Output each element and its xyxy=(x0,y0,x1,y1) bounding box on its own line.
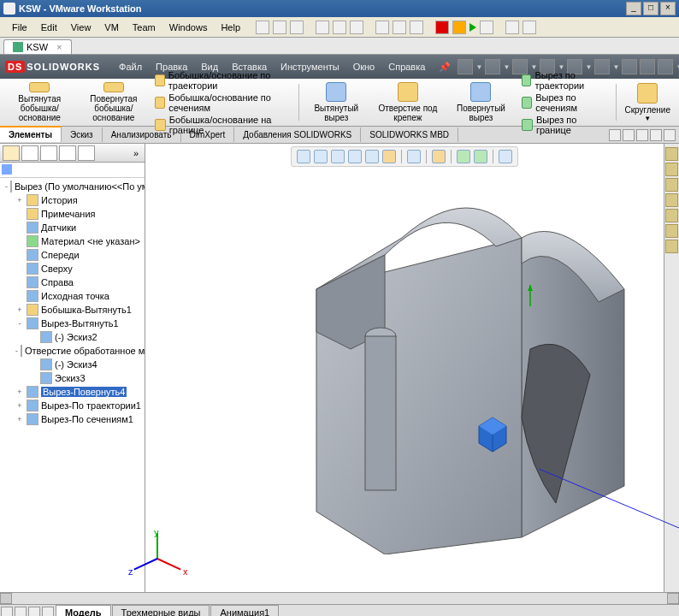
tab-features[interactable]: Элементы xyxy=(0,126,62,142)
boundary-cut-button[interactable]: Вырез по границе xyxy=(522,115,609,135)
lofted-cut-button[interactable]: Вырез по сечениям xyxy=(522,92,609,113)
vm-tab-close-icon[interactable]: × xyxy=(56,42,62,52)
menu-team[interactable]: Team xyxy=(126,21,162,34)
unity-icon[interactable] xyxy=(350,21,363,34)
doc-minimize-icon[interactable] xyxy=(636,129,648,141)
tree-item[interactable]: -Вырез-Вытянуть1 xyxy=(2,317,143,330)
doc-cascade-icon[interactable] xyxy=(623,129,635,141)
options-icon[interactable] xyxy=(640,59,655,74)
hole-wizard-button[interactable]: Отверстие под крепеж xyxy=(372,80,445,124)
tree-item[interactable]: Сверху xyxy=(2,262,143,275)
tree-item[interactable]: +Вырез-По сечениям1 xyxy=(2,412,143,426)
sw-menu-file[interactable]: Файл xyxy=(112,59,149,74)
fullscreen-icon[interactable] xyxy=(333,21,346,34)
gear-icon[interactable] xyxy=(658,59,673,74)
new-icon[interactable] xyxy=(458,59,473,74)
tree-item[interactable]: +Вырез-По траектории1 xyxy=(2,399,143,412)
fillet-button[interactable]: Скругление▼ xyxy=(619,80,676,124)
extruded-cut-button[interactable]: Вытянутый вырез xyxy=(303,80,370,124)
lofted-boss-button[interactable]: Бобышка/основание по сечениям xyxy=(155,92,292,113)
rebuild-icon[interactable] xyxy=(622,59,637,74)
svg-rect-4 xyxy=(365,336,396,490)
close-button[interactable]: × xyxy=(660,2,676,15)
tab-model[interactable]: Модель xyxy=(56,605,111,617)
sw-menu-pin-icon[interactable]: 📌 xyxy=(432,59,458,75)
tree-item[interactable]: +Вырез-Повернуть4 xyxy=(2,385,143,399)
btab-last-icon[interactable] xyxy=(42,607,54,617)
extruded-boss-button[interactable]: Вытянутая бобышка/основание xyxy=(3,80,76,124)
console-icon[interactable] xyxy=(375,21,389,34)
swept-cut-button[interactable]: Вырез по траектории xyxy=(522,70,609,91)
tab-3dviews[interactable]: Трехмерные виды xyxy=(112,605,210,617)
tree-item[interactable]: Исходная точка xyxy=(2,289,143,303)
feature-tree[interactable]: -Вырез (По умолчанию<<По умолч +ИсторияП… xyxy=(0,178,145,592)
tab-animation[interactable]: Анимация1 xyxy=(210,605,279,617)
menu-windows[interactable]: Windows xyxy=(162,21,215,34)
btab-first-icon[interactable] xyxy=(1,607,13,617)
tools-icon[interactable] xyxy=(505,21,519,34)
menu-vm[interactable]: VM xyxy=(97,21,126,34)
snapshot-icon[interactable] xyxy=(273,21,286,34)
graphics-viewport[interactable]: y x z xyxy=(145,144,664,592)
feature-manager-tab-icon[interactable] xyxy=(3,145,20,161)
tree-item[interactable]: (-) Эскиз2 xyxy=(2,330,143,344)
part-icon xyxy=(10,181,12,192)
feature-icon xyxy=(27,386,38,398)
tree-item[interactable]: Примечания xyxy=(2,207,143,221)
revolved-boss-button[interactable]: Повернутая бобышка/основание xyxy=(78,80,151,124)
minimize-button[interactable]: _ xyxy=(626,2,641,15)
tree-item[interactable]: Эскиз3 xyxy=(2,371,143,385)
maximize-button[interactable]: □ xyxy=(643,2,658,15)
tree-item[interactable]: +Бобышка-Вытянуть1 xyxy=(2,303,143,317)
play-icon[interactable] xyxy=(469,23,476,32)
menu-view[interactable]: View xyxy=(64,21,98,34)
tab-addins[interactable]: Добавления SOLIDWORKS xyxy=(234,127,361,142)
tree-item[interactable]: Датчики xyxy=(2,221,143,234)
tree-item[interactable]: (-) Эскиз4 xyxy=(2,358,143,371)
tab-evaluate[interactable]: Анализировать xyxy=(103,127,181,142)
grab-icon[interactable] xyxy=(523,21,536,34)
tree-item[interactable]: Материал <не указан> xyxy=(2,234,143,248)
scroll-left-icon[interactable] xyxy=(0,593,12,604)
tab-sketch[interactable]: Эскиз xyxy=(62,127,103,142)
tree-item[interactable]: Спереди xyxy=(2,248,143,262)
reset-icon[interactable] xyxy=(480,21,493,34)
sw-menu-window[interactable]: Окно xyxy=(346,59,382,74)
summary-icon[interactable] xyxy=(410,21,423,34)
tree-root[interactable]: -Вырез (По умолчанию<<По умолч xyxy=(2,180,143,193)
feature-icon xyxy=(27,304,38,316)
tree-filter[interactable] xyxy=(0,163,145,178)
scroll-right-icon[interactable] xyxy=(667,593,679,604)
menu-help[interactable]: Help xyxy=(214,21,247,34)
tree-item[interactable]: Справа xyxy=(2,275,143,289)
tree-item[interactable]: -Отверстие обработанное метч xyxy=(2,344,143,358)
display-manager-tab-icon[interactable] xyxy=(78,145,95,161)
menu-edit[interactable]: Edit xyxy=(34,21,64,34)
swept-boss-button[interactable]: Бобышка/основание по траектории xyxy=(155,70,292,91)
horizontal-scrollbar[interactable] xyxy=(0,592,679,604)
btab-prev-icon[interactable] xyxy=(15,607,27,617)
vm-tab[interactable]: KSW × xyxy=(3,39,72,54)
dimxpert-manager-tab-icon[interactable] xyxy=(59,145,76,161)
taskpane-resources-icon[interactable] xyxy=(665,147,678,161)
btab-next-icon[interactable] xyxy=(28,607,40,617)
multi-icon[interactable] xyxy=(393,21,406,34)
pause-icon[interactable] xyxy=(452,21,466,34)
doc-restore-icon[interactable] xyxy=(650,129,662,141)
tree-item[interactable]: +История xyxy=(2,193,143,207)
tab-dimxpert[interactable]: DimXpert xyxy=(181,127,235,142)
property-manager-tab-icon[interactable] xyxy=(21,145,38,161)
power-icon[interactable] xyxy=(256,21,269,34)
tab-mbd[interactable]: SOLIDWORKS MBD xyxy=(361,127,458,142)
view-icon[interactable] xyxy=(316,21,329,34)
manager-more-icon[interactable]: » xyxy=(130,148,142,158)
revert-icon[interactable] xyxy=(290,21,304,34)
open-icon[interactable] xyxy=(485,59,500,74)
stop-icon[interactable] xyxy=(435,21,449,34)
menu-file[interactable]: File xyxy=(5,21,34,34)
sw-menu-help[interactable]: Справка xyxy=(381,59,432,74)
doc-close-icon[interactable] xyxy=(664,129,676,141)
revolved-cut-button[interactable]: Повернутый вырез xyxy=(446,80,517,124)
config-manager-tab-icon[interactable] xyxy=(40,145,57,161)
doc-tile-icon[interactable] xyxy=(609,129,621,141)
